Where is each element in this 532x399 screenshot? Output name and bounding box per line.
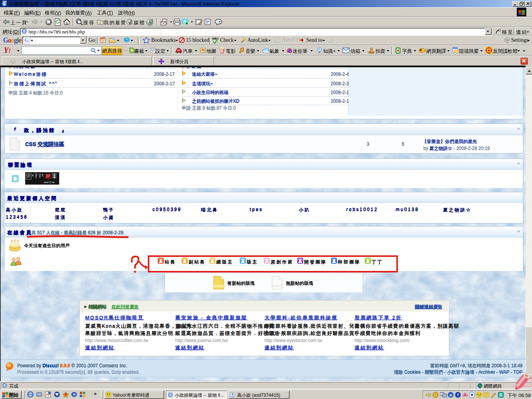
svg-text:✻: ✻ (99, 21, 102, 25)
svg-text:”: ” (126, 38, 128, 42)
svg-text:Y: Y (290, 51, 291, 53)
svg-text:f: f (457, 393, 459, 397)
svg-text:a: a (450, 393, 452, 397)
svg-text:war3.tw: war3.tw (44, 180, 55, 184)
